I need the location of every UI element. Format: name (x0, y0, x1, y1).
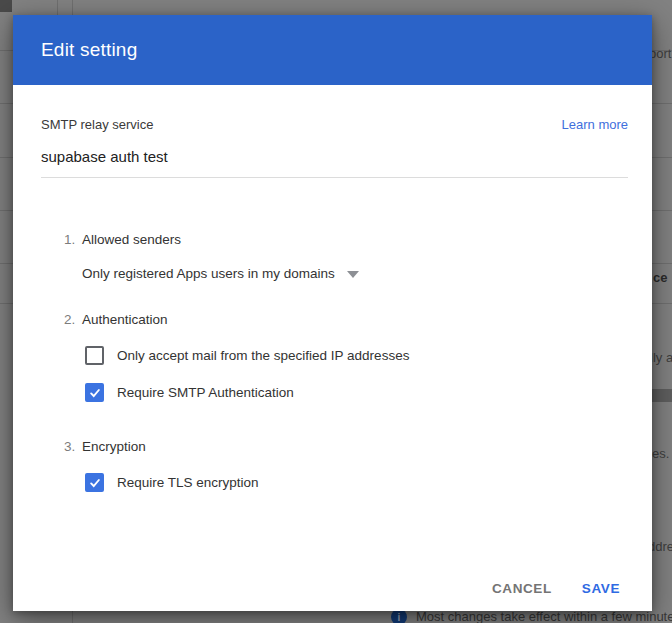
checkbox-row-smtp-auth[interactable]: Require SMTP Authentication (85, 383, 294, 402)
bg-table-line (57, 0, 58, 15)
bg-fragment-row2: es. (652, 446, 669, 461)
setting-type-label: SMTP relay service (41, 117, 153, 132)
bg-fragment-table-header: ce (653, 270, 667, 285)
setting-meta-row: SMTP relay service Learn more (41, 117, 628, 132)
checkbox-smtp-auth[interactable] (85, 383, 104, 402)
dropdown-arrow-icon (347, 271, 359, 278)
learn-more-link[interactable]: Learn more (562, 117, 628, 132)
edit-setting-dialog: Edit setting SMTP relay service Learn mo… (13, 15, 652, 611)
checkbox-tls[interactable] (85, 473, 104, 492)
section-number: 3. (64, 439, 82, 455)
checkbox-label: Require SMTP Authentication (117, 384, 294, 401)
checkbox-label: Only accept mail from the specified IP a… (117, 347, 409, 364)
allowed-senders-select[interactable]: Only registered Apps users in my domains (82, 265, 359, 282)
setting-name-input[interactable] (41, 147, 628, 178)
section-label: Allowed senders (82, 232, 181, 248)
bg-footer-note: i Most changes take effect within a few … (391, 609, 672, 623)
bg-fragment-support: port (649, 46, 671, 61)
section-encryption: 3. Encryption (64, 439, 146, 455)
section-label: Authentication (82, 312, 168, 328)
screen: port ce lly a es. ddre i Most changes ta… (0, 0, 672, 623)
checkmark-icon (89, 387, 101, 399)
checkbox-row-tls[interactable]: Require TLS encryption (85, 473, 259, 492)
checkbox-row-ip-addresses[interactable]: Only accept mail from the specified IP a… (85, 346, 409, 365)
dialog-title: Edit setting (41, 39, 137, 61)
section-label: Encryption (82, 439, 146, 455)
cancel-button[interactable]: CANCEL (492, 581, 552, 596)
section-allowed-senders: 1. Allowed senders (64, 232, 181, 248)
checkbox-ip-addresses[interactable] (85, 346, 104, 365)
section-number: 1. (64, 232, 82, 248)
allowed-senders-selected-value: Only registered Apps users in my domains (82, 265, 335, 282)
dialog-actions: CANCEL SAVE (492, 581, 620, 596)
save-button[interactable]: SAVE (582, 581, 620, 596)
section-authentication: 2. Authentication (64, 312, 168, 328)
bg-corner-block (0, 0, 12, 12)
bg-footer-text: Most changes take effect within a few mi… (416, 609, 672, 623)
info-icon: i (391, 609, 407, 623)
checkbox-label: Require TLS encryption (117, 474, 259, 491)
bg-fragment-row1: lly a (650, 350, 672, 365)
dialog-header: Edit setting (13, 15, 652, 85)
section-number: 2. (64, 312, 82, 328)
checkmark-icon (89, 477, 101, 489)
